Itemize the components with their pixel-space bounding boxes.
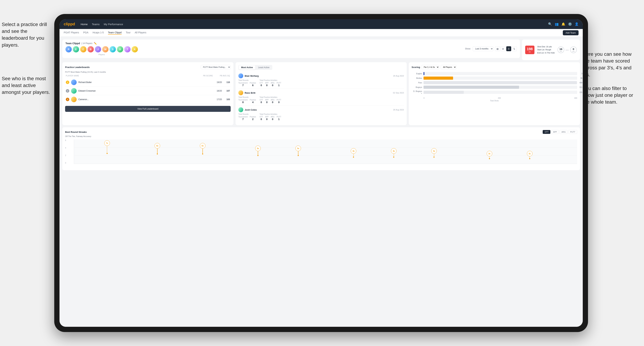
rees-stats: Total Rounds Tournament8 Practice4 Total… bbox=[238, 96, 404, 104]
tablet-frame: clippd Home Teams My Performance 🔍 👥 🔔 ⚙… bbox=[54, 14, 588, 332]
streak-tab-ott[interactable]: OTT bbox=[543, 130, 550, 134]
total-shots-label: Total Shots bbox=[412, 100, 577, 102]
shot-score: 198 SC bbox=[525, 46, 534, 54]
avatar-7: S bbox=[110, 46, 116, 52]
blair-name: Blair McHarg bbox=[245, 75, 259, 77]
subnav: PGAT Players PGA Hcaps 1-5 Team Clippd T… bbox=[60, 29, 583, 37]
birdies-label: Birdies bbox=[412, 77, 422, 79]
scoring-panel: Scoring Par 3, 4 & 5s All Players Eagles bbox=[409, 62, 580, 125]
blair-avatar bbox=[238, 73, 243, 78]
nav-teams[interactable]: Teams bbox=[92, 23, 100, 26]
streak-line-5x-1 bbox=[258, 151, 258, 155]
show-label: Show: bbox=[465, 47, 471, 50]
streak-tab-arg[interactable]: ARG bbox=[560, 130, 568, 134]
nav-performance[interactable]: My Performance bbox=[104, 23, 123, 26]
birdies-track: 96 bbox=[424, 77, 577, 80]
users-icon[interactable]: 👥 bbox=[555, 22, 558, 26]
eagles-fill bbox=[424, 72, 424, 75]
profile-icon[interactable]: 👤 bbox=[575, 22, 578, 26]
eagles-bar-row: Eagles 3 bbox=[412, 72, 577, 75]
filter-icon[interactable]: ⇅ bbox=[512, 46, 517, 51]
lb-avatar-3 bbox=[71, 97, 77, 102]
grid-small-icon[interactable]: ⊞ bbox=[501, 46, 506, 51]
team-title: Team Clippd bbox=[66, 42, 80, 45]
team-header-panel: Team Clippd | 14 Players ✏️ R E C B bbox=[62, 39, 520, 58]
lb-avatar-1 bbox=[71, 79, 77, 85]
lb-avg-2: 107 bbox=[226, 90, 230, 92]
pars-value: 499 bbox=[580, 82, 582, 84]
streak-3x-2: 3x bbox=[527, 151, 532, 159]
lb-avg-3: 103 bbox=[226, 98, 230, 101]
nav-home[interactable]: Home bbox=[81, 23, 88, 26]
drill-select[interactable]: PUTT Must Make Putting... bbox=[201, 65, 231, 69]
pars-label: Pars bbox=[412, 82, 422, 84]
streak-3x-1: 3x bbox=[487, 151, 492, 159]
streak-bubble-6x-1: 6x bbox=[154, 143, 160, 149]
streak-line-4x-3 bbox=[434, 154, 434, 157]
avatar-1: R bbox=[66, 46, 72, 52]
streaks-subtitle: Off The Tee, Fairway Accuracy bbox=[65, 135, 577, 137]
streak-bubble-3x-1: 3x bbox=[487, 151, 492, 156]
subnav-all-players[interactable]: All Players bbox=[135, 31, 146, 35]
dbogeys-track: 131 bbox=[424, 91, 577, 94]
panels-row: Practice Leaderboards PUTT Must Make Put… bbox=[62, 62, 580, 125]
subnav-tour[interactable]: Tour bbox=[126, 31, 130, 35]
chart-xaxis: 0 200 400 bbox=[412, 97, 577, 99]
streak-line-6x-2 bbox=[202, 149, 203, 154]
leaderboard-subtitle: PUTT Must Make Putting (3-6 ft), Last 3 … bbox=[65, 71, 231, 73]
lb-name-1: Richard Butler bbox=[78, 81, 215, 84]
list-icon[interactable]: ☰ bbox=[506, 46, 511, 51]
par-select[interactable]: Par 3, 4 & 5s bbox=[422, 65, 439, 69]
search-icon[interactable]: 🔍 bbox=[548, 22, 552, 26]
subnav-hcaps[interactable]: Hcaps 1-5 bbox=[92, 31, 104, 35]
streak-tab-app[interactable]: APP bbox=[551, 130, 559, 134]
most-active-tab[interactable]: Most Active bbox=[239, 65, 255, 70]
lb-avg-1: 110 bbox=[226, 81, 230, 84]
streak-dot-6x-1 bbox=[157, 154, 158, 155]
add-team-button[interactable]: Add Team bbox=[563, 30, 578, 35]
streak-dot-7x-1 bbox=[106, 153, 108, 154]
edit-icon[interactable]: ✏️ bbox=[94, 42, 97, 45]
least-active-tab[interactable]: Least Active bbox=[256, 65, 272, 70]
streaks-yaxis: 6 4 2 0 bbox=[65, 140, 74, 164]
shot-info-box: 198 SC Shot Dist: 16 yds Start Lie: Roug… bbox=[522, 39, 580, 60]
show-select[interactable]: Last 3 months Last 6 months This year bbox=[473, 46, 493, 51]
settings-icon[interactable]: ⚙️ bbox=[568, 22, 572, 26]
player-card-josh: Josh Coles 26 Aug 2023 Total Rounds Tour… bbox=[238, 106, 404, 122]
shot-circle-dash: — bbox=[566, 48, 569, 52]
avatar-4: B bbox=[88, 46, 94, 52]
player-card-blair: Blair McHarg 26 Aug 2023 Total Rounds To… bbox=[238, 72, 404, 89]
subnav-team-clippd[interactable]: Team Clippd bbox=[108, 31, 122, 35]
scoring-bar-chart: Eagles 3 Birdies 96 bbox=[412, 71, 577, 96]
streak-tab-putt[interactable]: PUTT bbox=[568, 130, 577, 134]
streak-4x-3: 4x bbox=[431, 148, 437, 158]
practice-leaderboards-panel: Practice Leaderboards PUTT Must Make Put… bbox=[62, 62, 234, 125]
view-icons: ▦ ⊞ ☰ ⇅ bbox=[495, 46, 517, 51]
streaks-chart: 6 4 2 0 7x bbox=[65, 140, 577, 168]
lb-rank-bronze-3: 3 bbox=[66, 98, 69, 101]
view-full-leaderboard-button[interactable]: View Full Leaderboard bbox=[65, 106, 231, 112]
streak-dot-3x-1 bbox=[489, 158, 490, 159]
bogeys-value: 311 bbox=[580, 86, 582, 88]
streak-bubble-4x-2: 4x bbox=[391, 148, 396, 154]
subnav-pga[interactable]: PGA bbox=[83, 31, 88, 35]
lb-name-2: Edward Crossman bbox=[78, 90, 215, 92]
streak-line-5x-2 bbox=[298, 151, 298, 155]
streak-dot-6x-2 bbox=[202, 154, 203, 155]
streaks-tabs: OTT APP ARG PUTT bbox=[543, 130, 577, 134]
birdies-value: 96 bbox=[580, 77, 582, 79]
subnav-pgat[interactable]: PGAT Players bbox=[64, 31, 79, 35]
avatar-9: T bbox=[124, 46, 130, 52]
lb-name-3: Cameron... bbox=[78, 98, 215, 101]
subnav-links: PGAT Players PGA Hcaps 1-5 Team Clippd T… bbox=[64, 31, 146, 35]
grid-icon[interactable]: ▦ bbox=[495, 46, 500, 51]
lb-row-1: 1 Richard Butler 19/20 110 bbox=[65, 78, 231, 87]
josh-stats: Total Rounds Tournament7 Practice2 Total… bbox=[238, 113, 404, 121]
bogeys-fill bbox=[424, 86, 519, 89]
bell-icon[interactable]: 🔔 bbox=[562, 22, 565, 26]
josh-date: 26 Aug 2023 bbox=[393, 109, 404, 111]
streak-bubble-4x-3: 4x bbox=[431, 148, 437, 154]
player-select[interactable]: All Players bbox=[441, 65, 456, 69]
avatar-8: D bbox=[117, 46, 123, 52]
team-header-right: Show: Last 3 months Last 6 months This y… bbox=[465, 46, 516, 51]
